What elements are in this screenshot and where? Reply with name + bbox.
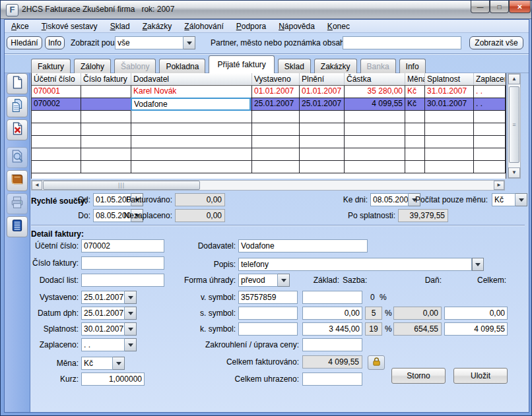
print-button[interactable] [7,193,28,214]
new-invoice-button[interactable] [7,73,28,94]
datum-dph-value: 25.01.2007 [81,307,125,320]
delete-invoice-button[interactable] [7,119,28,140]
menu-item-zalohovani[interactable]: Zálohování [184,22,223,31]
scroll-up-button[interactable]: ▲ [508,74,520,84]
info-button[interactable]: Info [45,36,65,49]
forma-uhrady-select[interactable]: převod [238,274,290,287]
s-symbol-input[interactable] [238,307,298,320]
storno-button[interactable]: Storno [391,368,446,384]
v-symbol-input[interactable] [238,291,298,304]
table-row-empty[interactable] [32,136,506,148]
forma-uhrady-label: Forma úhrady: [137,274,236,287]
tab-zakazky[interactable]: Zakázky [314,59,357,73]
column-header-splatnost[interactable]: Splatnost [425,73,474,85]
tab-banka[interactable]: Banka [360,59,396,73]
chevron-down-icon[interactable] [472,258,484,271]
k-symbol-input[interactable] [238,322,298,336]
cell-mena: Kč [405,98,425,111]
calendar-dropdown-icon[interactable] [125,291,137,304]
zaklad-19-input[interactable] [302,322,362,336]
column-header-dodavatel[interactable]: Dodavatel [131,73,252,85]
zaklad-5-input[interactable] [302,307,362,320]
tab-sklad[interactable]: Sklad [278,59,311,73]
column-header-vystaveno[interactable]: Vystaveno [252,73,300,85]
table-vertical-scrollbar[interactable]: ▲ ≡ ▼ [508,73,521,179]
chevron-down-icon[interactable] [183,36,195,49]
celkem-5-input[interactable] [444,307,508,320]
inline-edit-input[interactable] [131,98,251,111]
cell-dodavatel: Karel Novák [131,86,252,98]
column-header-zaplaceno[interactable]: Zaplaceno [474,73,506,85]
tab-info[interactable]: Info [399,59,426,73]
list-button[interactable] [7,216,28,237]
menu-item-zakazky[interactable]: Zakázky [143,22,172,31]
minimize-button[interactable]: — [471,1,490,13]
close-button[interactable]: ✕ [509,1,531,13]
search-button[interactable]: Hledání [7,36,42,49]
menu-item-podpora[interactable]: Podpora [236,22,266,31]
preview-button[interactable] [7,147,28,168]
table-row-empty[interactable] [32,161,506,173]
copy-invoice-button[interactable] [7,96,28,117]
menu-item-akce[interactable]: Akce [11,22,29,31]
ke-dni-date-picker[interactable]: 08.05.2007 [370,193,420,206]
cell-empty [252,148,300,161]
popis-input[interactable] [238,258,472,271]
tab-faktury[interactable]: Faktury [31,59,71,73]
tab-sablony[interactable]: Šablony [114,59,156,73]
table-row[interactable]: 070001Karel Novák01.01.200701.01.200735 … [32,86,506,98]
vystaveno-date-picker[interactable]: 25.01.2007 [81,291,137,304]
table-row[interactable]: 07000225.01.200725.01.20074 099,55Kč30.0… [32,98,506,111]
table-row-empty[interactable] [32,148,506,161]
horizontal-scroll-thumb[interactable]: ||| [43,181,200,190]
chevron-down-icon[interactable] [113,357,125,370]
datum-dph-date-picker[interactable]: 25.01.2007 [81,307,137,320]
menu-item-sklad[interactable]: Sklad [110,22,130,31]
maximize-icon: □ [497,3,501,11]
lock-button[interactable] [368,355,385,370]
column-header-mena[interactable]: Měna [405,73,425,85]
show-only-select[interactable]: vše [115,36,195,49]
dodavatel-input[interactable] [238,239,368,253]
table-row-empty[interactable] [32,123,506,136]
table-horizontal-scrollbar[interactable]: ◄ ||| ► [31,180,505,191]
address-book-button[interactable] [7,170,28,191]
tab-pokladna[interactable]: Pokladna [159,59,205,73]
title-bar[interactable]: F 2HCS Fakturace Zkušební firma rok: 200… [1,1,532,19]
celkem-19-input[interactable] [444,322,508,336]
splatnost-date-picker[interactable]: 30.01.2007 [81,322,137,336]
calendar-dropdown-icon[interactable] [125,322,137,336]
chevron-down-icon[interactable] [515,193,527,206]
tab-label: Zálohy [81,62,104,71]
calendar-dropdown-icon[interactable] [125,307,137,320]
menu-item-napoveda[interactable]: Nápověda [279,22,315,31]
column-header-ucetni-cislo[interactable]: Účetní číslo [32,73,81,85]
column-header-plneni[interactable]: Plnění [300,73,345,85]
celkem-uhrazeno-input[interactable] [302,372,362,386]
calendar-dropdown-icon[interactable] [125,338,137,351]
menu-item-konec[interactable]: Konec [327,22,350,31]
cell-empty [32,123,81,136]
zaokrouhleni-input[interactable] [302,338,362,351]
kurz-input[interactable] [81,372,145,386]
maximize-button[interactable]: □ [490,1,509,13]
cell-empty [252,111,300,123]
table-row-empty[interactable] [32,111,506,123]
scroll-right-button[interactable]: ► [494,181,504,190]
ulozit-button[interactable]: Uložit [453,368,508,384]
column-header-cislo-faktury[interactable]: Číslo faktury [81,73,131,85]
column-header-castka[interactable]: Částka [345,73,405,85]
tab-prijate-faktury[interactable]: Přijaté faktury [209,55,274,73]
popis-dropdown[interactable] [472,258,484,271]
show-all-button[interactable]: Zobrazit vše [469,36,523,49]
scroll-left-button[interactable]: ◄ [32,181,42,190]
mena-select[interactable]: Kč [492,193,527,206]
zaklad-0-input[interactable] [302,291,362,304]
filter-input[interactable] [343,36,461,49]
tab-zalohy[interactable]: Zálohy [74,59,111,73]
scroll-down-button[interactable]: ▼ [508,167,520,178]
vertical-scroll-thumb[interactable]: ≡ [509,86,519,163]
menu-item-tiskove-sestavy[interactable]: Tiskové sestavy [42,22,98,31]
mena-detail-select[interactable]: Kč [81,357,125,370]
zaplaceno-date-picker[interactable]: . . [81,338,137,351]
